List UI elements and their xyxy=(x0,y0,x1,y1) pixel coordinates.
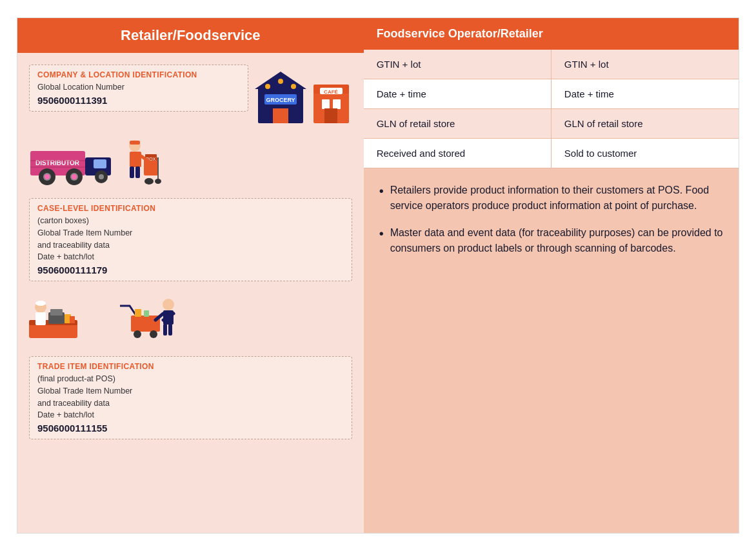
svg-point-34 xyxy=(144,178,154,185)
svg-rect-53 xyxy=(144,310,149,317)
right-header: Foodservice Operator/Retailer xyxy=(364,18,739,50)
svg-rect-46 xyxy=(35,312,46,325)
box1-title: COMPANY & LOCATION IDENTIFICATION xyxy=(37,70,240,79)
checkout-svg xyxy=(29,293,113,345)
svg-point-55 xyxy=(150,330,157,338)
box3-sub: (final product-at POS) Global Trade Item… xyxy=(37,373,344,421)
svg-rect-58 xyxy=(163,324,167,336)
bullet-dot: • xyxy=(379,183,384,214)
table-row: GTIN + lotGTIN + lot xyxy=(364,50,739,79)
svg-text:CAFÉ: CAFÉ xyxy=(324,89,338,95)
shopper-svg xyxy=(117,293,181,345)
svg-point-28 xyxy=(45,174,50,179)
svg-rect-52 xyxy=(135,309,141,317)
svg-rect-45 xyxy=(35,301,46,306)
table-cell-col2: GLN of retail store xyxy=(552,109,739,138)
svg-point-56 xyxy=(163,299,174,310)
table-cell-col1: Received and stored xyxy=(364,139,552,168)
svg-point-25 xyxy=(99,174,104,179)
svg-text:GROCERY: GROCERY xyxy=(266,97,295,103)
truck-svg: DISTRIBUTOR xyxy=(29,138,119,186)
svg-rect-15 xyxy=(324,108,337,123)
table-cell-col2: Date + time xyxy=(552,79,739,108)
left-header: Retailer/Foodservice xyxy=(17,18,364,53)
table-cell-col2: GTIN + lot xyxy=(552,50,739,79)
svg-point-54 xyxy=(134,330,141,338)
bullets-section: •Retailers provide product information t… xyxy=(364,168,739,533)
bullet-item: •Retailers provide product information t… xyxy=(379,183,723,214)
grocery-svg: GROCERY xyxy=(255,68,306,126)
table-row: Date + timeDate + time xyxy=(364,79,739,109)
bullet-item: •Master data and event data (for traceab… xyxy=(379,225,723,256)
svg-rect-4 xyxy=(273,108,288,123)
svg-point-8 xyxy=(291,84,296,89)
svg-rect-50 xyxy=(70,316,75,323)
data-table: GTIN + lotGTIN + lotDate + timeDate + ti… xyxy=(364,50,739,168)
table-cell-col2: Sold to customer xyxy=(552,139,739,168)
table-cell-col1: GLN of retail store xyxy=(364,109,552,138)
table-row: Received and storedSold to customer xyxy=(364,139,739,168)
svg-point-6 xyxy=(265,84,270,89)
cafe-svg: CAFÉ xyxy=(310,75,352,126)
store-illustration xyxy=(29,290,352,347)
box3-number: 9506000111155 xyxy=(37,423,344,434)
box1-number: 9506000111391 xyxy=(37,95,240,106)
box2-title: CASE-LEVEL IDENTIFICATION xyxy=(37,204,344,213)
trade-id-box: TRADE ITEM IDENTIFICATION (final product… xyxy=(29,356,352,439)
box1-sub: Global Location Number xyxy=(37,81,240,94)
bullet-text: Retailers provide product information to… xyxy=(390,183,723,214)
delivery-illustration: DISTRIBUTOR xyxy=(29,135,352,189)
svg-rect-13 xyxy=(322,99,330,109)
svg-rect-59 xyxy=(168,324,172,336)
svg-rect-19 xyxy=(94,159,106,168)
delivery-person-svg: BOX xyxy=(124,138,166,186)
box2-number: 9506000111179 xyxy=(37,265,344,276)
bullet-dot: • xyxy=(379,225,384,256)
left-content: COMPANY & LOCATION IDENTIFICATION Global… xyxy=(17,53,364,533)
svg-rect-37 xyxy=(130,141,140,145)
box2-sub: (carton boxes) Global Trade Item Number … xyxy=(37,215,344,263)
svg-point-7 xyxy=(278,79,283,84)
table-cell-col1: Date + time xyxy=(364,79,552,108)
table-row: GLN of retail storeGLN of retail store xyxy=(364,109,739,139)
svg-point-35 xyxy=(155,179,161,184)
left-panel: Retailer/Foodservice COMPANY & LOCATION … xyxy=(17,18,364,533)
right-panel: Foodservice Operator/Retailer GTIN + lot… xyxy=(364,18,739,533)
case-id-box: CASE-LEVEL IDENTIFICATION (carton boxes)… xyxy=(29,198,352,281)
company-id-box: COMPANY & LOCATION IDENTIFICATION Global… xyxy=(29,65,248,112)
svg-rect-39 xyxy=(130,166,134,178)
box3-title: TRADE ITEM IDENTIFICATION xyxy=(37,362,344,371)
svg-rect-48 xyxy=(50,309,63,316)
svg-point-29 xyxy=(72,174,77,179)
building-illustration: GROCERY CAFÉ xyxy=(255,68,352,126)
bullet-text: Master data and event data (for traceabi… xyxy=(390,225,723,256)
table-cell-col1: GTIN + lot xyxy=(364,50,552,79)
svg-rect-14 xyxy=(333,99,341,109)
svg-rect-40 xyxy=(135,166,140,178)
svg-rect-38 xyxy=(130,152,141,167)
